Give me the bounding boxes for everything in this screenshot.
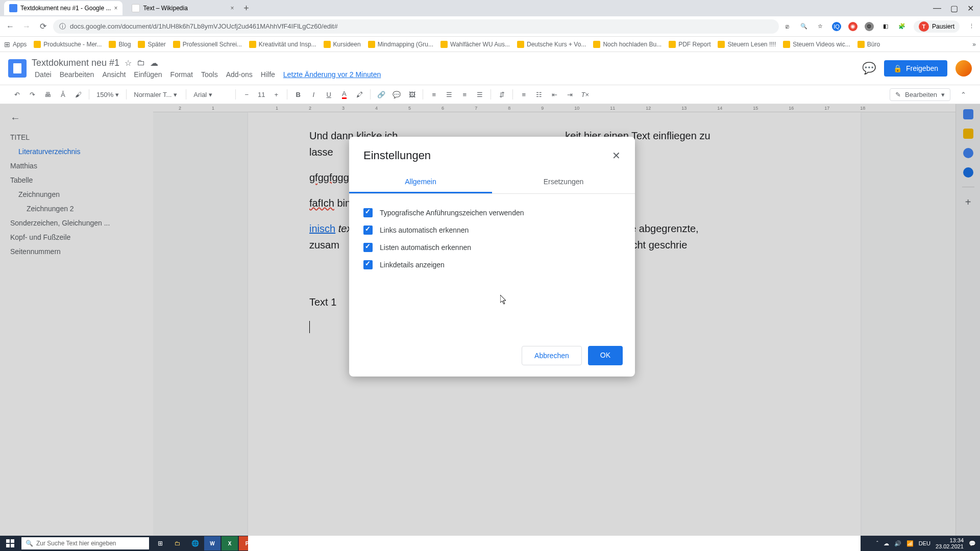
checkbox-checked-icon[interactable] <box>363 208 373 217</box>
outline-item[interactable]: Literaturverzeichnis <box>10 144 143 159</box>
star-icon[interactable]: ☆ <box>125 58 132 68</box>
bookmark-item[interactable]: Blog <box>109 41 131 48</box>
contacts-icon[interactable] <box>963 167 973 178</box>
tab-substitutions[interactable]: Ersetzungen <box>492 171 635 193</box>
menu-icon[interactable]: ⋮ <box>967 22 976 31</box>
font-select[interactable]: Arial▾ <box>190 91 231 98</box>
tab-general[interactable]: Allgemein <box>349 171 492 193</box>
align-center-button[interactable]: ☰ <box>443 88 456 101</box>
bookmark-item[interactable]: Steuern Videos wic... <box>783 41 850 48</box>
cancel-button[interactable]: Abbrechen <box>522 346 582 365</box>
fontsize-dec[interactable]: − <box>240 88 253 101</box>
align-right-button[interactable]: ≡ <box>458 88 471 101</box>
language-indicator[interactable]: DEU <box>919 540 930 546</box>
menu-edit[interactable]: Bearbeiten <box>57 69 97 80</box>
new-tab-button[interactable]: + <box>239 3 253 14</box>
fontsize-value[interactable]: 11 <box>255 91 267 98</box>
menu-help[interactable]: Hilfe <box>258 69 278 80</box>
ext2-icon[interactable]: ◉ <box>848 22 857 31</box>
fontsize-inc[interactable]: + <box>270 88 283 101</box>
comments-icon[interactable]: 💬 <box>862 62 876 75</box>
outline-item[interactable]: Zeichnungen <box>10 187 143 202</box>
wifi-icon[interactable]: 📶 <box>906 540 914 547</box>
checkbox-checked-icon[interactable] <box>363 226 373 235</box>
clock[interactable]: 13:34 23.02.2021 <box>936 537 964 549</box>
forward-button[interactable]: → <box>20 20 33 33</box>
start-button[interactable] <box>0 536 20 551</box>
outline-item[interactable]: TITEL <box>10 130 143 144</box>
bookmark-item[interactable]: Steuern Lesen !!!! <box>718 41 776 48</box>
edit-mode-select[interactable]: ✎ Bearbeiten ▾ <box>890 88 950 101</box>
zoom-select[interactable]: 150%▾ <box>93 91 122 98</box>
excel-icon[interactable]: X <box>222 536 238 550</box>
reload-button[interactable]: ⟳ <box>37 20 49 33</box>
bulleted-list-button[interactable]: ☷ <box>532 88 546 101</box>
outdent-button[interactable]: ⇤ <box>548 88 561 101</box>
cloud-icon[interactable]: ☁ <box>150 58 158 68</box>
apps-button[interactable]: ⊞Apps <box>4 40 27 48</box>
outline-back-icon[interactable]: ← <box>10 112 143 124</box>
menu-file[interactable]: Datei <box>32 69 55 80</box>
bookmark-item[interactable]: Professionell Schrei... <box>173 41 242 48</box>
ext3-icon[interactable]: ⊜ <box>865 22 874 31</box>
onedrive-icon[interactable]: ☁ <box>884 540 889 547</box>
numbered-list-button[interactable]: ≡ <box>517 88 530 101</box>
menu-view[interactable]: Ansicht <box>99 69 129 80</box>
tab-close-icon[interactable]: × <box>114 5 117 12</box>
maximize-icon[interactable]: ▢ <box>950 4 958 13</box>
notifications-icon[interactable]: 💬 <box>969 540 976 547</box>
tasks-icon[interactable] <box>963 148 973 158</box>
cast-icon[interactable]: ⎚ <box>783 22 792 31</box>
edge-icon[interactable]: 🌐 <box>187 536 203 550</box>
clear-format-button[interactable]: T× <box>578 88 592 101</box>
paint-format-button[interactable]: 🖌 <box>71 88 85 101</box>
undo-button[interactable]: ↶ <box>10 88 23 101</box>
align-justify-button[interactable]: ☰ <box>473 88 486 101</box>
star-icon[interactable]: ☆ <box>816 22 825 31</box>
task-view-icon[interactable]: ⊞ <box>152 536 168 550</box>
line-spacing-button[interactable]: ⇵ <box>495 88 508 101</box>
ruler[interactable]: 21123456789101112131415161718 <box>153 104 955 112</box>
back-button[interactable]: ← <box>4 20 16 33</box>
indent-button[interactable]: ⇥ <box>563 88 576 101</box>
bookmark-item[interactable]: Büro <box>857 41 880 48</box>
image-button[interactable]: 🖼 <box>405 88 419 101</box>
outline-item[interactable]: Tabelle <box>10 173 143 187</box>
bookmark-item[interactable]: Produktsuche - Mer... <box>34 41 102 48</box>
menu-addons[interactable]: Add-ons <box>223 69 256 80</box>
site-info-icon[interactable]: ⓘ <box>59 22 66 31</box>
outline-item[interactable]: Matthias <box>10 159 143 173</box>
ok-button[interactable]: OK <box>588 346 623 365</box>
bookmarks-overflow-icon[interactable]: » <box>972 41 976 48</box>
comment-button[interactable]: 💬 <box>390 88 403 101</box>
italic-button[interactable]: I <box>307 88 320 101</box>
align-left-button[interactable]: ≡ <box>427 88 440 101</box>
last-edit-link[interactable]: Letzte Änderung vor 2 Minuten <box>280 69 384 80</box>
bold-button[interactable]: B <box>291 88 305 101</box>
menu-format[interactable]: Format <box>167 69 196 80</box>
option-detect-lists[interactable]: Listen automatisch erkennen <box>363 239 621 256</box>
bookmark-item[interactable]: Noch hochladen Bu... <box>593 41 662 48</box>
option-detect-links[interactable]: Links automatisch erkennen <box>363 221 621 239</box>
option-smart-quotes[interactable]: Typografische Anführungszeichen verwende… <box>363 204 621 221</box>
outline-item[interactable]: Zeichnungen 2 <box>10 202 143 216</box>
profile-chip[interactable]: T Pausiert <box>914 20 960 33</box>
tray-expand-icon[interactable]: ˆ <box>876 540 878 546</box>
option-link-details[interactable]: Linkdetails anzeigen <box>363 256 621 273</box>
close-icon[interactable]: ✕ <box>967 4 974 13</box>
share-button[interactable]: 🔒 Freigeben <box>884 60 947 77</box>
bookmark-item[interactable]: Kreativität und Insp... <box>249 41 316 48</box>
underline-button[interactable]: U <box>322 88 335 101</box>
bookmark-item[interactable]: Deutsche Kurs + Vo... <box>517 41 586 48</box>
redo-button[interactable]: ↷ <box>26 88 39 101</box>
text-color-button[interactable]: A <box>337 88 351 101</box>
calendar-icon[interactable] <box>963 109 973 119</box>
minimize-icon[interactable]: — <box>933 4 941 13</box>
ext1-icon[interactable]: IQ <box>832 22 841 31</box>
document-title[interactable]: Textdokument neu #1 <box>32 58 119 68</box>
menu-tools[interactable]: Tools <box>198 69 221 80</box>
collapse-toolbar-button[interactable]: ⌃ <box>957 88 970 101</box>
tab-close-icon[interactable]: × <box>230 5 234 12</box>
modal-close-button[interactable]: ✕ <box>612 149 621 162</box>
outline-item[interactable]: Seitennummern <box>10 244 143 259</box>
